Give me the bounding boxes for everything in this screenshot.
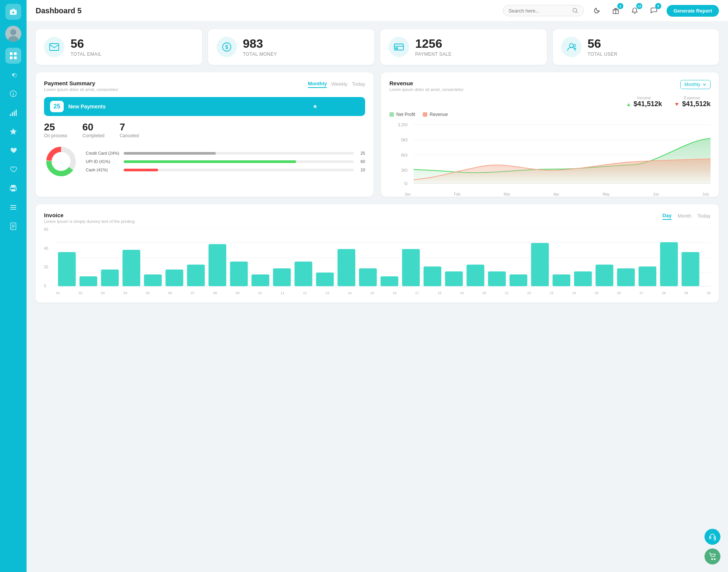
svg-rect-27 <box>12 227 14 228</box>
revenue-card: Revenue Lorem ipsum dolor sit amet, cons… <box>381 72 719 197</box>
sidebar-item-info[interactable] <box>5 86 21 102</box>
legend-revenue: Revenue <box>423 112 448 117</box>
stat-card-email: 56 TOTAL EMAIL <box>36 29 202 65</box>
invoice-subtitle: Lorem Ipsum is simply dummy text of the … <box>44 219 135 224</box>
completed-value: 60 <box>82 121 104 133</box>
revenue-legend-dot <box>423 112 427 117</box>
sidebar-item-print[interactable] <box>5 180 21 196</box>
chart-legend: Net Profit Revenue <box>389 112 711 117</box>
bell-button[interactable]: 12 <box>628 4 642 17</box>
tab-weekly[interactable]: Weekly <box>331 80 347 88</box>
income-expense: Income ▲ $41,512k Expense 🔻 $41,512k <box>389 96 711 108</box>
support-float-button[interactable] <box>704 529 720 545</box>
sidebar-logo[interactable] <box>5 4 21 20</box>
svg-rect-6 <box>10 52 13 55</box>
content-area: 56 TOTAL EMAIL $ 983 TOTAL MONEY 1256 <box>27 22 728 572</box>
svg-rect-36 <box>395 48 398 49</box>
bar-fill-credit <box>124 152 216 155</box>
floating-buttons <box>704 529 720 564</box>
manage-payment-link[interactable]: Manage payment › <box>321 104 359 109</box>
chevron-down-icon <box>703 83 706 86</box>
svg-point-12 <box>13 92 14 93</box>
svg-rect-17 <box>11 185 16 188</box>
invoice-chart-container: 60 40 20 0 01 <box>44 227 711 295</box>
svg-text:90: 90 <box>401 138 408 142</box>
cart-float-button[interactable] <box>704 548 720 564</box>
search-icon <box>572 8 578 14</box>
moon-icon <box>593 7 600 14</box>
sidebar-item-heart[interactable] <box>5 143 21 158</box>
invoice-x-labels: 0102030405060708091011121314151617181920… <box>56 290 711 295</box>
sidebar-item-favorites[interactable] <box>5 124 21 139</box>
completed-stat: 60 Completed <box>82 121 104 138</box>
stat-card-money: $ 983 TOTAL MONEY <box>208 29 375 65</box>
revenue-monthly-dropdown[interactable]: Monthly <box>680 80 711 89</box>
on-process-stat: 25 On process <box>44 121 67 138</box>
svg-rect-16 <box>16 110 17 116</box>
stat-number-email: 56 <box>71 37 102 50</box>
invoice-tabs: Day Month Today <box>662 212 711 220</box>
payment-breakdown: Credit Card (24%) 25 UPI ID (41%) 60 Cas… <box>44 144 365 179</box>
sidebar-item-list[interactable] <box>5 199 21 215</box>
revenue-title: Revenue <box>389 80 464 86</box>
tab-today[interactable]: Today <box>352 80 365 88</box>
stat-card-user: 56 TOTAL USER <box>553 29 719 65</box>
sidebar-item-settings[interactable] <box>5 67 21 83</box>
avatar[interactable] <box>5 26 21 42</box>
main-content: Dashboard 5 2 12 5 Generate Report <box>27 0 728 572</box>
stat-label-email: TOTAL EMAIL <box>71 52 102 57</box>
sidebar-item-analytics[interactable] <box>5 105 21 121</box>
canceled-label: Canceled <box>119 133 139 138</box>
svg-rect-25 <box>12 225 15 226</box>
email-stat-icon <box>44 37 64 57</box>
chat-button[interactable]: 5 <box>647 4 661 17</box>
sidebar-item-heart2[interactable] <box>5 161 21 177</box>
y-axis-labels: 60 40 20 0 <box>44 227 48 288</box>
revenue-x-labels: Jan Feb Mar Apr May Jun July <box>389 192 711 196</box>
bar-fill-upi <box>124 160 296 163</box>
payment-summary-card: Payment Summary Lorem ipsum dolor sit am… <box>36 72 373 197</box>
new-payments-bar: 25 New Payments Manage payment › <box>44 97 365 116</box>
search-box[interactable] <box>503 5 584 16</box>
theme-toggle-button[interactable] <box>590 4 604 17</box>
money-stat-icon: $ <box>217 37 237 57</box>
revenue-chart: 120 90 60 30 0 <box>389 121 711 189</box>
invoice-tab-month[interactable]: Month <box>678 212 691 220</box>
svg-text:30: 30 <box>401 168 408 172</box>
svg-rect-15 <box>14 111 15 116</box>
stat-label-payment: PAYMENT SALE <box>415 52 452 57</box>
invoice-tab-today[interactable]: Today <box>697 212 711 220</box>
new-payments-dot <box>314 105 317 108</box>
svg-rect-22 <box>10 207 16 208</box>
svg-rect-11 <box>13 93 14 96</box>
bar-fill-cash <box>124 169 158 171</box>
svg-text:$: $ <box>225 44 228 50</box>
invoice-tab-day[interactable]: Day <box>662 212 672 220</box>
bar-label-credit: Credit Card (24%) <box>86 151 120 155</box>
sidebar-item-dashboard[interactable] <box>5 48 21 64</box>
net-profit-legend-label: Net Profit <box>396 112 415 117</box>
new-payments-label: New Payments <box>68 103 309 110</box>
income-item: Income ▲ $41,512k <box>626 96 662 108</box>
income-value: $41,512k <box>634 100 662 108</box>
svg-rect-88 <box>714 537 715 539</box>
payment-summary-subtitle: Lorem ipsum dolor sit amet, consectetur <box>44 87 118 92</box>
canceled-stat: 7 Canceled <box>119 121 139 138</box>
payment-tab-group: Monthly Weekly Today <box>308 80 365 88</box>
svg-rect-1 <box>12 9 15 10</box>
bar-row-credit: Credit Card (24%) 25 <box>86 151 365 155</box>
sidebar-item-reports[interactable] <box>5 218 21 234</box>
generate-report-button[interactable]: Generate Report <box>667 5 719 17</box>
invoice-card: Invoice Lorem Ipsum is simply dummy text… <box>36 204 719 302</box>
tab-monthly[interactable]: Monthly <box>308 80 327 88</box>
new-payments-count: 25 <box>50 101 64 112</box>
svg-rect-13 <box>10 114 11 116</box>
header: Dashboard 5 2 12 5 Generate Report <box>27 0 728 22</box>
payment-bars: Credit Card (24%) 25 UPI ID (41%) 60 Cas… <box>86 151 365 172</box>
search-input[interactable] <box>508 8 569 14</box>
gift-button[interactable]: 2 <box>609 4 623 17</box>
svg-rect-31 <box>50 44 59 50</box>
revenue-header: Revenue Lorem ipsum dolor sit amet, cons… <box>389 80 711 92</box>
net-profit-legend-dot <box>389 112 394 117</box>
bar-row-cash: Cash (41%) 10 <box>86 168 365 172</box>
